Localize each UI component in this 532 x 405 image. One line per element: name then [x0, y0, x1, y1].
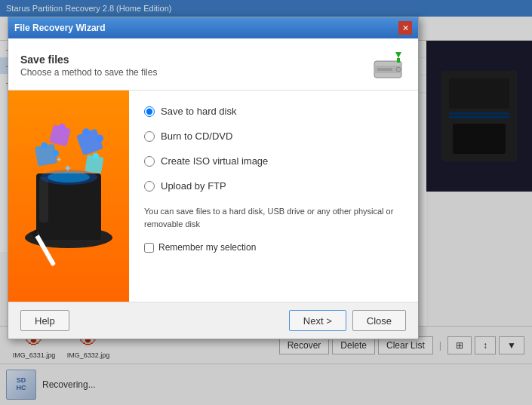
radio-iso[interactable] [144, 156, 155, 167]
radio-option-ftp[interactable]: Upload by FTP [144, 180, 403, 192]
footer-right-buttons: Next > Close [289, 310, 406, 331]
radio-option-iso[interactable]: Create ISO virtual image [144, 155, 403, 167]
dialog-image-panel: ✦ ✦ · [8, 91, 129, 302]
dialog-footer: Help Next > Close [8, 302, 418, 339]
dialog-options-panel: Save to hard disk Burn to CD/DVD Create … [129, 91, 418, 302]
svg-marker-11 [395, 52, 401, 58]
save-icon [370, 48, 406, 84]
close-button[interactable]: Close [352, 310, 406, 331]
dialog-close-button[interactable]: ✕ [398, 21, 412, 35]
magic-hat-illustration: ✦ ✦ · [20, 113, 118, 279]
radio-cddvd[interactable] [144, 131, 155, 142]
svg-point-9 [396, 67, 401, 72]
svg-rect-12 [397, 58, 400, 63]
dialog-header-left: Save files Choose a method to save the f… [20, 54, 157, 78]
dialog-header-icon [370, 48, 406, 84]
radio-ftp[interactable] [144, 181, 155, 192]
svg-text:·: · [72, 155, 74, 161]
dialog-titlebar: File Recovery Wizard ✕ [8, 17, 418, 38]
dialog-header-subtitle: Choose a method to save the files [20, 67, 157, 78]
dialog-title: File Recovery Wizard [14, 23, 106, 33]
remember-selection-row[interactable]: Remember my selection [144, 242, 403, 253]
svg-text:✦: ✦ [63, 162, 72, 174]
remember-checkbox[interactable] [144, 243, 154, 253]
svg-rect-15 [39, 177, 48, 222]
radio-harddisk[interactable] [144, 106, 155, 117]
save-info-text: You can save files to a hard disk, USB d… [144, 205, 403, 230]
radio-option-harddisk[interactable]: Save to hard disk [144, 106, 403, 117]
svg-rect-10 [377, 68, 392, 71]
dialog-overlay: File Recovery Wizard ✕ Save files Choose… [0, 0, 532, 405]
dialog-header-title: Save files [20, 54, 157, 66]
help-button[interactable]: Help [20, 310, 69, 331]
remember-label: Remember my selection [158, 242, 256, 253]
dialog-header: Save files Choose a method to save the f… [8, 38, 418, 91]
file-recovery-dialog: File Recovery Wizard ✕ Save files Choose… [8, 17, 419, 339]
svg-text:✦: ✦ [56, 155, 62, 164]
radio-cddvd-label: Burn to CD/DVD [161, 130, 232, 142]
next-button[interactable]: Next > [289, 310, 346, 331]
radio-iso-label: Create ISO virtual image [161, 155, 268, 167]
radio-ftp-label: Upload by FTP [161, 180, 226, 192]
radio-harddisk-label: Save to hard disk [161, 106, 236, 117]
radio-option-cddvd[interactable]: Burn to CD/DVD [144, 130, 403, 142]
dialog-body: ✦ ✦ · Save to hard disk Burn to CD/DVD [8, 91, 418, 302]
